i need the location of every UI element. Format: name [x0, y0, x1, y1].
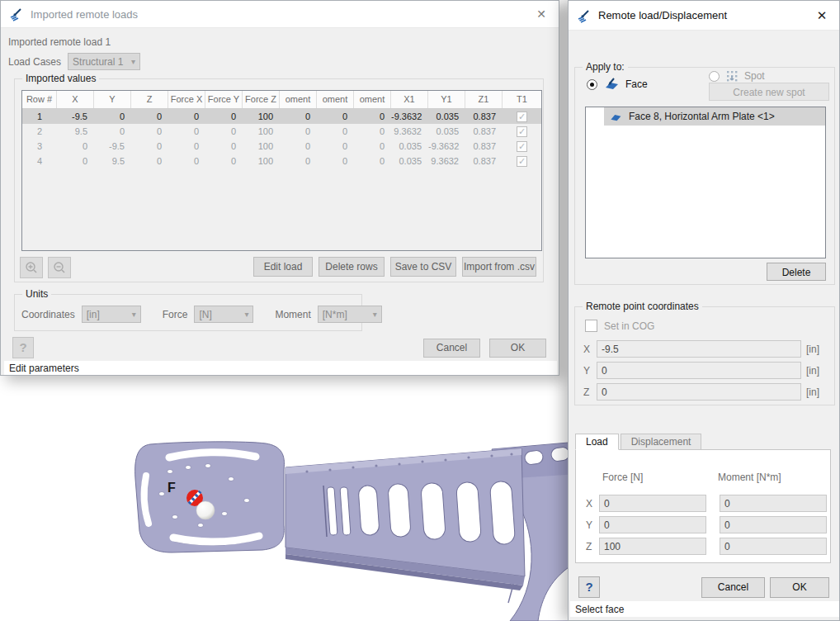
- moment-z-input[interactable]: [720, 538, 827, 555]
- column-header[interactable]: Z: [131, 91, 168, 108]
- radio-unselected[interactable]: [709, 71, 720, 82]
- table-cell: 0: [205, 139, 243, 154]
- coordinates-unit-dropdown[interactable]: [in] ▾: [82, 306, 141, 323]
- column-header[interactable]: Y1: [428, 91, 465, 108]
- coordinate-row-y: Y [in]: [583, 362, 819, 379]
- column-header[interactable]: oment: [280, 91, 317, 108]
- edit-load-button[interactable]: Edit load: [253, 257, 313, 277]
- face-radio-option[interactable]: Face: [587, 78, 648, 91]
- table-row[interactable]: 30-9.50001000000.035-9.36320.837✓: [22, 139, 541, 154]
- table-cell: 100: [243, 109, 280, 124]
- check-icon: ✓: [517, 126, 527, 137]
- apply-to-title: Apply to:: [583, 61, 628, 73]
- table-cell: 0: [280, 139, 317, 154]
- column-header[interactable]: oment: [317, 91, 354, 108]
- column-header[interactable]: Force Y: [205, 91, 243, 108]
- ok-button[interactable]: OK: [489, 339, 546, 358]
- zoom-out-button[interactable]: [48, 257, 71, 278]
- dialog-titlebar[interactable]: Remote load/Displacement ✕: [569, 1, 839, 31]
- imported-values-group: Imported values Row #XYZForce XForce YFo…: [14, 78, 544, 282]
- imported-table-body: 1-9.50000100000-9.36320.0350.837✓29.5000…: [22, 109, 541, 168]
- table-cell: 0: [205, 109, 243, 124]
- help-button[interactable]: ?: [578, 576, 600, 598]
- coord-y-input[interactable]: [597, 362, 801, 379]
- zoom-in-button[interactable]: [20, 257, 43, 278]
- spot-radio-label: Spot: [744, 70, 765, 82]
- remote-load-displacement-dialog: Remote load/Displacement ✕ Apply to: Fac…: [568, 0, 840, 621]
- column-header[interactable]: Y: [94, 91, 131, 108]
- table-row[interactable]: 409.50001000000.0359.36320.837✓: [22, 154, 541, 168]
- set-in-cog-checkbox[interactable]: [585, 320, 597, 332]
- imported-table-header: Row #XYZForce XForce YForce Zomentomento…: [22, 91, 541, 109]
- help-button[interactable]: ?: [12, 337, 34, 358]
- moment-label: Moment: [275, 309, 310, 320]
- dialog-titlebar[interactable]: Imported remote loads ✕: [1, 1, 559, 28]
- radio-selected[interactable]: [587, 79, 597, 90]
- axis-label: X: [586, 498, 594, 510]
- check-icon: ✓: [517, 156, 527, 167]
- force-z-input[interactable]: [599, 538, 706, 555]
- column-header[interactable]: Force Z: [243, 91, 280, 108]
- model-arm[interactable]: [286, 448, 525, 590]
- axis-label: Y: [583, 365, 592, 377]
- model-end-plate[interactable]: F: [135, 442, 285, 552]
- row-enabled-checkbox[interactable]: ✓: [503, 124, 541, 139]
- tab-displacement[interactable]: Displacement: [621, 434, 702, 450]
- units-group: Units Coordinates [in] ▾ Force [N] ▾ Mom…: [14, 294, 362, 331]
- units-title: Units: [22, 288, 51, 300]
- table-row[interactable]: 29.500001000009.36320.0350.837✓: [22, 124, 541, 139]
- row-enabled-checkbox[interactable]: ✓: [503, 109, 541, 124]
- moment-y-input[interactable]: [720, 516, 827, 533]
- force-y-input[interactable]: [599, 516, 706, 533]
- force-unit-dropdown[interactable]: [N] ▾: [194, 306, 253, 323]
- table-cell: 0.035: [428, 109, 465, 124]
- force-x-input[interactable]: [599, 495, 706, 512]
- remote-point-sphere: [196, 501, 215, 519]
- moment-x-input[interactable]: [720, 495, 827, 512]
- column-header[interactable]: X: [57, 91, 94, 108]
- cancel-button[interactable]: Cancel: [423, 339, 480, 358]
- save-to-csv-button[interactable]: Save to CSV: [390, 257, 456, 277]
- 3d-viewport[interactable]: F: [0, 363, 578, 621]
- table-cell: 9.3632: [391, 124, 428, 139]
- column-header[interactable]: Force X: [168, 91, 205, 108]
- chevron-down-icon: ▾: [131, 57, 135, 66]
- delete-button[interactable]: Delete: [767, 263, 826, 281]
- load-cases-dropdown[interactable]: Structural 1 ▾: [68, 53, 140, 70]
- column-header[interactable]: oment: [354, 91, 391, 108]
- ok-button[interactable]: OK: [770, 577, 829, 598]
- table-cell: -9.3632: [391, 109, 428, 124]
- delete-rows-button[interactable]: Delete rows: [319, 257, 385, 277]
- set-in-cog-option[interactable]: Set in COG: [585, 320, 654, 332]
- coord-z-input[interactable]: [597, 383, 801, 401]
- column-header[interactable]: X1: [391, 91, 428, 108]
- table-cell: 0: [131, 139, 168, 154]
- coordinates-group-title: Remote point coordinates: [583, 301, 702, 312]
- coord-x-input[interactable]: [597, 340, 801, 358]
- row-enabled-checkbox[interactable]: ✓: [503, 154, 541, 168]
- spot-radio-option[interactable]: Spot: [709, 69, 765, 83]
- coordinate-row-x: X [in]: [583, 340, 819, 358]
- row-enabled-checkbox[interactable]: ✓: [503, 139, 541, 154]
- import-from-csv-button[interactable]: Import from .csv: [462, 257, 536, 277]
- table-cell: 1: [22, 109, 57, 124]
- moment-unit-dropdown[interactable]: [N*m] ▾: [318, 306, 382, 323]
- selected-face-item[interactable]: Face 8, Horizontal Arm Plate <1>: [604, 107, 825, 126]
- close-icon[interactable]: ✕: [813, 8, 831, 23]
- moment-column-header: Moment [N*m]: [718, 472, 781, 483]
- create-new-spot-button[interactable]: Create new spot: [709, 83, 829, 101]
- imported-values-table[interactable]: Row #XYZForce XForce YForce Zomentomento…: [21, 90, 542, 251]
- column-header[interactable]: Row #: [22, 91, 57, 108]
- column-header[interactable]: Z1: [465, 91, 503, 108]
- selection-listbox[interactable]: Face 8, Horizontal Arm Plate <1>: [585, 107, 826, 258]
- column-header[interactable]: T1: [503, 91, 541, 108]
- table-cell: 0: [317, 139, 354, 154]
- cancel-button[interactable]: Cancel: [701, 577, 765, 598]
- table-cell: 0.837: [465, 139, 503, 154]
- table-cell: 0: [205, 154, 243, 168]
- tab-load[interactable]: Load: [575, 434, 619, 450]
- close-icon[interactable]: ✕: [532, 7, 550, 21]
- table-row[interactable]: 1-9.50000100000-9.36320.0350.837✓: [22, 109, 541, 124]
- load-name-label: Imported remote load 1: [8, 36, 111, 48]
- force-column-header: Force [N]: [602, 472, 643, 483]
